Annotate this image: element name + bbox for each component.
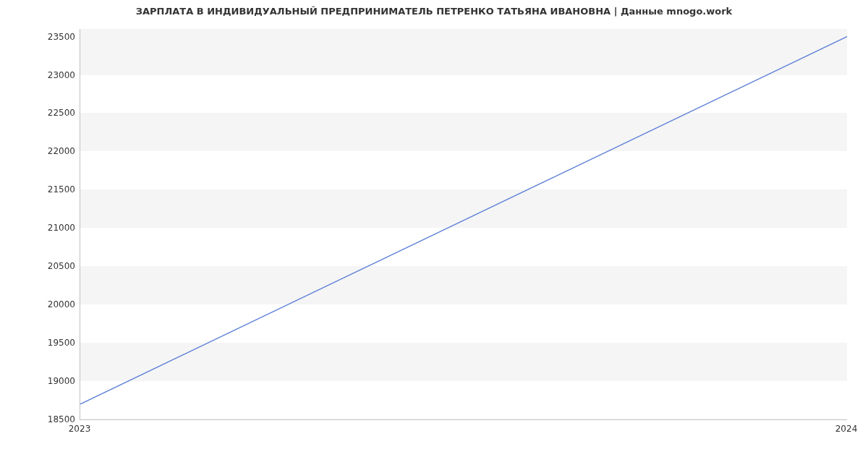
y-tick-label: 18500 <box>10 414 75 424</box>
y-tick-label: 22500 <box>10 108 75 118</box>
y-tick-label: 20500 <box>10 261 75 271</box>
y-tick-label: 20000 <box>10 299 75 309</box>
y-tick-label: 22000 <box>10 146 75 156</box>
y-tick-label: 23000 <box>10 70 75 80</box>
y-tick-label: 21500 <box>10 184 75 195</box>
data-line <box>80 37 847 404</box>
y-tick-label: 19000 <box>10 376 75 386</box>
x-tick-label: 2024 <box>835 424 858 434</box>
x-tick-label: 2023 <box>69 424 91 434</box>
chart-container: ЗАРПЛАТА В ИНДИВИДУАЛЬНЫЙ ПРЕДПРИНИМАТЕЛ… <box>0 0 868 470</box>
chart-title: ЗАРПЛАТА В ИНДИВИДУАЛЬНЫЙ ПРЕДПРИНИМАТЕЛ… <box>0 6 868 17</box>
plot-area <box>80 29 847 420</box>
y-tick-label: 21000 <box>10 223 75 233</box>
y-tick-label: 23500 <box>10 32 75 42</box>
line-layer <box>80 29 847 419</box>
y-tick-label: 19500 <box>10 338 75 348</box>
